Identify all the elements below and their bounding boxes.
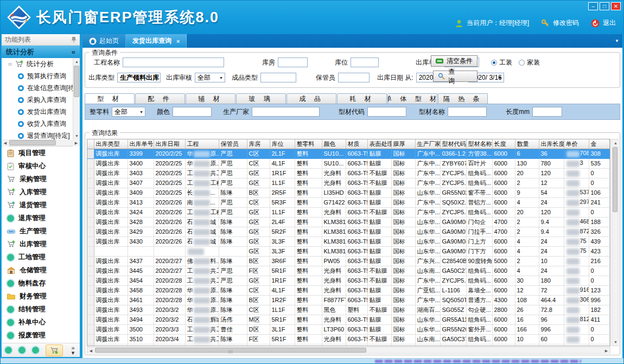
sidebar-item[interactable]: 财务管理 [2,290,80,303]
whole-piece-select[interactable]: 全部 [112,107,145,117]
column-header[interactable]: 材质 [346,139,367,149]
column-header[interactable]: 出库长度 [539,139,564,149]
keeper-input[interactable] [338,73,370,82]
manufacturer-input[interactable] [252,107,320,117]
table-row[interactable]: 调拨出库34092020/2/25长...陈琳B区2R5F整料LI35HD606… [87,188,610,197]
table-row[interactable]: 调拨出库34942020/3/2石辉城汤伟M区5R1F整料光身料6063-T5贴… [87,315,610,324]
table-row[interactable]: 调拨出库35102020/3/4工共工程陈琳F区5R1F整料光身料6063-T5… [87,334,610,344]
sidebar-item[interactable]: 仓储管理 [2,264,80,277]
column-header[interactable]: 出库类型 [94,139,128,149]
tab-home[interactable]: 起始页 [82,34,126,48]
table-row[interactable]: G区3L3F整料KLM38176063-T5贴膜国标山东华...GA90M09.… [87,246,610,256]
column-header[interactable]: 出库单号 [128,139,154,149]
material-tab[interactable]: 型 材 [85,93,135,104]
sidebar-group-header[interactable]: 统计分析 « [2,46,80,58]
product-type-input[interactable] [260,73,296,82]
table-row[interactable]: 调拨出库34372020/2/27佛料...陈琳B区3R6F整料PW056063… [87,256,610,266]
material-tab[interactable]: 配 件 [135,93,185,104]
column-header[interactable]: 出库日期 [154,139,185,149]
table-row[interactable]: 调拨出库34542020/2/28工共工程严思G区1R1F整料光身料6063-T… [87,276,610,285]
sidebar-item[interactable]: 退库管理 [2,212,80,225]
table-row[interactable]: 调拨出库34032020/2/25工共工程严思G区1R1F整料光身料6063-T… [87,168,610,178]
column-header[interactable]: 工程 [185,139,219,149]
table-row[interactable]: 调拨出库34452020/2/27工共工程严思F区5R1F整料光身料6063-T… [87,266,610,276]
column-header[interactable]: 长度 [492,139,515,149]
profile-code-input[interactable] [367,107,406,117]
column-header[interactable]: 单价 [564,139,589,149]
location-input[interactable] [351,58,379,67]
sidebar-item[interactable]: 生产管理 [2,225,80,238]
minimize-button[interactable]: – [588,2,598,10]
tree-root-statistics[interactable]: ⊟统计分析 [2,58,80,70]
table-row[interactable]: 调拨出库34132020/2/26南...严思C区5R3F整料G71422606… [87,197,610,207]
table-row[interactable]: 调拨出库33992020/2/25华原...严思C区2L1F整料SU10...6… [87,149,610,158]
table-row[interactable]: 调拨出库34932020/3/2华原...陈琳C区1L1F整料黑色塑料不贴膜国标… [87,305,610,315]
column-header[interactable]: 库位 [270,139,295,149]
logout-link[interactable]: 退出 [603,18,616,28]
sidebar-item[interactable]: 入库管理 [2,186,80,199]
sidebar-item[interactable]: 采购管理 [2,173,80,186]
table-row[interactable]: 调拨出库35122020/3/4工共工程陈琳F区1L2F整料光身料6063-T5… [87,344,610,346]
table-row[interactable]: 调拨出库34282020/2/26石城陈琳G区2L4F整料KLM38176063… [87,217,610,227]
material-tab[interactable]: 耗 材 [337,93,387,104]
column-header[interactable]: 表面处理 [367,139,391,149]
table-row[interactable]: 调拨出库34612020/2/28华原...陈琳B区1R2F整料F8877FT6… [87,295,610,305]
table-row[interactable]: 调拨出库34292020/2/26石城陈琳G区5R2F整料KLM38176063… [87,227,610,237]
column-header[interactable]: 保管员 [219,139,247,149]
column-header[interactable]: 型材代码 [440,139,466,149]
column-header[interactable]: 库房 [247,139,270,149]
tree-item[interactable]: 采购入库查询 [2,94,80,106]
column-header[interactable]: 生产厂家 [415,139,440,149]
table-row[interactable]: 调拨出库34242020/2/26工工程严思G区1L1F整料光身料6063-T5… [87,207,610,217]
radio-gongzhuang[interactable]: 工装 [491,58,512,67]
search-button[interactable]: 查 询 [433,71,477,82]
column-header[interactable]: 整零料 [295,139,322,149]
tab-close-icon[interactable]: × [176,38,180,44]
length-input[interactable] [532,107,562,117]
collapsed-module-icon[interactable] [32,347,39,354]
pin-icon[interactable] [71,36,77,43]
tab-shipment-outbound-query[interactable]: 发货出库查询 × [126,34,187,48]
clear-conditions-button[interactable]: 清空条件 [431,55,477,67]
sidebar-item[interactable]: 工地管理 [2,251,80,264]
outbound-type-select[interactable]: 生产领料出库 [117,73,161,82]
color-input[interactable] [173,107,212,117]
collapse-chevron[interactable]: « [72,48,75,56]
sidebar-item[interactable]: 项目管理 [2,146,80,159]
tree-item[interactable]: 预算执行查询 [2,70,80,82]
collapsed-module-icon[interactable] [5,347,12,354]
sidebar-item[interactable]: 报废管理 [2,329,80,342]
table-row[interactable]: 调拨出库34002020/2/25华原...严思C区4L1F整料SU10...6… [87,158,610,168]
active-module-button[interactable] [46,344,63,356]
radio-jiazhuang[interactable]: 家装 [519,58,540,67]
sidebar-item[interactable]: 结转管理 [2,303,80,316]
sidebar-item[interactable]: 审核中心 [2,159,80,173]
overflow-chevron[interactable]: » ▾ [69,346,77,355]
sidebar-item[interactable]: 补单中心 [2,316,80,329]
sidebar-item[interactable]: 退货管理 [2,199,80,212]
outbound-audit-select[interactable]: 全部 [195,73,225,82]
collapsed-module-icon[interactable] [18,347,26,354]
material-tab[interactable]: 辅 材 [186,93,235,104]
close-button[interactable]: ✕ [611,2,621,10]
table-row[interactable]: 调拨出库34072020/2/25工工程严思G区1L1F整料光身料6063-T5… [87,178,610,188]
column-header[interactable]: 数量 [515,139,539,149]
sidebar-item[interactable]: 物料盘存 [2,277,80,290]
tree-item[interactable]: 收货入库查询 [2,118,80,130]
material-tab[interactable]: 玻 璃 [236,93,286,104]
tab-list-caret-icon[interactable]: ▼ [615,39,619,43]
profile-name-input[interactable] [448,107,487,117]
material-tab[interactable]: 单 体 型 材 [387,93,437,104]
results-horizontal-scrollbar[interactable]: ◀ ||| ▶ [87,347,610,354]
material-tab[interactable]: 成 品 [286,93,336,104]
tree-vertical-scrollbar[interactable]: ▲ ▼ [73,58,80,139]
column-header[interactable]: 颜色 [322,139,346,149]
tree-item[interactable]: 退货查询[待定] [2,130,80,139]
results-vertical-scrollbar[interactable]: ▲ ▼ [612,139,619,346]
table-row[interactable]: 调拨出库34582020/2/28华原...陈琳C区4L1F整料光身料6063-… [87,285,610,295]
table-row[interactable]: 调拨出库34302020/2/26石城陈琳G区3L3F整料KLM38176063… [87,237,610,246]
change-password-link[interactable]: 修改密码 [553,18,579,28]
tree-horizontal-scrollbar[interactable]: ◀ ▶ [2,139,80,146]
tree-item[interactable]: 发货出库查询 [2,106,80,118]
sidebar-item[interactable]: 出库管理 [2,238,80,251]
